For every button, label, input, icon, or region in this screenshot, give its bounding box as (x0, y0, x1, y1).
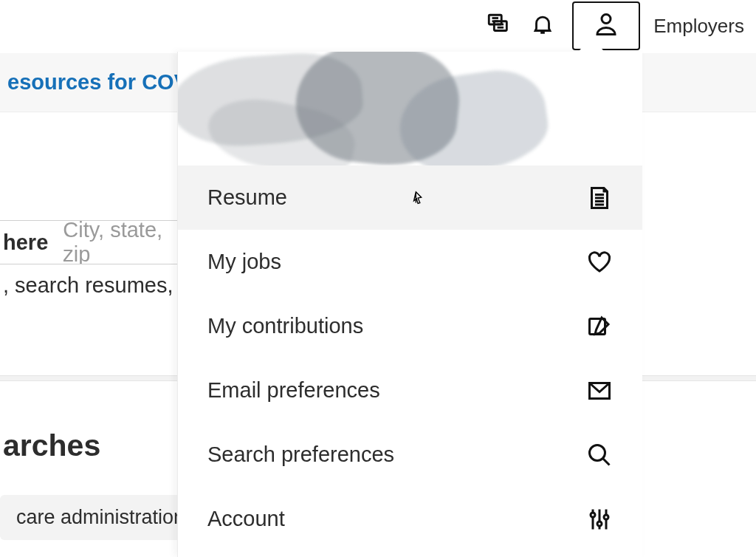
dropdown-user-info-redacted (178, 52, 642, 165)
search-hint: , search resumes, (0, 273, 177, 298)
location-placeholder: City, state, zip (63, 220, 177, 264)
menu-item-account[interactable]: Account (178, 487, 642, 551)
svg-point-21 (604, 515, 608, 519)
menu-item-label: My jobs (207, 250, 281, 274)
svg-point-14 (590, 445, 605, 460)
menu-item-label: Account (207, 507, 285, 531)
notifications-button[interactable] (520, 4, 565, 48)
saved-search-chip[interactable]: care administration (0, 495, 201, 540)
document-icon (586, 185, 613, 211)
svg-rect-3 (495, 21, 507, 31)
location-search-row[interactable]: here City, state, zip (0, 220, 177, 264)
where-label: here (3, 230, 48, 255)
menu-item-label: My contributions (207, 314, 363, 338)
search-icon (586, 442, 613, 468)
employers-link[interactable]: Employers (647, 15, 750, 38)
svg-line-15 (603, 458, 610, 465)
profile-dropdown: Resume My jobs My contributions Email pr… (177, 52, 642, 557)
menu-item-label: Email preferences (207, 378, 380, 403)
menu-item-my-jobs[interactable]: My jobs (178, 230, 642, 294)
svg-point-19 (597, 522, 602, 526)
svg-point-17 (591, 513, 595, 517)
edit-note-icon (586, 313, 613, 340)
heart-icon (586, 249, 613, 276)
bell-icon (530, 12, 555, 40)
svg-point-7 (602, 15, 611, 24)
menu-item-label: Search preferences (207, 442, 394, 467)
menu-item-resume[interactable]: Resume (178, 165, 642, 230)
messages-button[interactable] (476, 4, 520, 48)
app-topbar: Employers (0, 0, 756, 52)
messages-icon (486, 12, 511, 40)
sliders-icon (586, 506, 613, 533)
menu-item-my-contributions[interactable]: My contributions (178, 294, 642, 358)
menu-item-label: Resume (207, 185, 287, 210)
envelope-icon (586, 377, 613, 404)
menu-item-search-preferences[interactable]: Search preferences (178, 423, 642, 487)
menu-item-email-preferences[interactable]: Email preferences (178, 358, 642, 423)
profile-icon (593, 11, 619, 41)
saved-searches-heading: arches (0, 428, 100, 463)
